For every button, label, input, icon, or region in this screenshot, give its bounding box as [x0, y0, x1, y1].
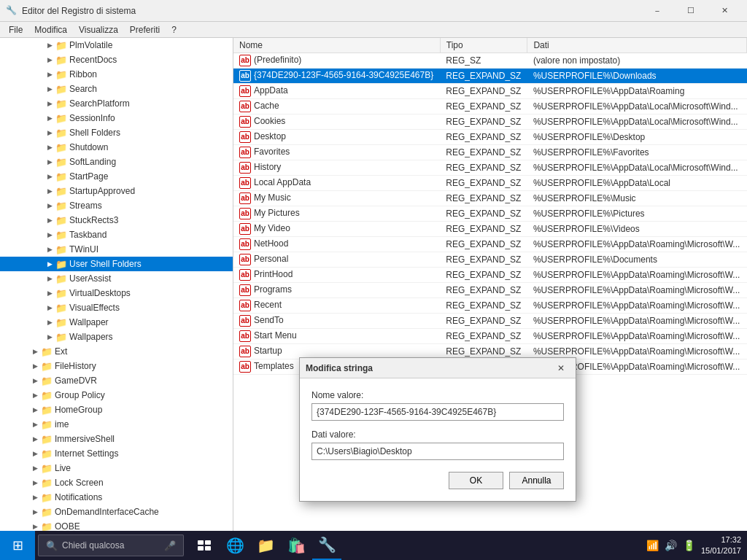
table-row[interactable]: abCacheREG_EXPAND_SZ%USERPROFILE%\AppDat…	[233, 99, 747, 114]
tree-expander[interactable]: ▶	[29, 433, 41, 445]
tree-expander[interactable]: ▶	[44, 112, 55, 124]
tree-expander[interactable]: ▶	[44, 54, 55, 66]
tree-item[interactable]: ▶📁Search	[0, 82, 233, 96]
tree-expander[interactable]: ▶	[44, 214, 55, 226]
tree-item[interactable]: ▶📁StartupApproved	[0, 184, 233, 198]
table-row[interactable]: abMy MusicREG_EXPAND_SZ%USERPROFILE%\Mus…	[233, 191, 747, 206]
tree-item[interactable]: ▶📁Taskband	[0, 228, 233, 242]
tree-expander[interactable]: ▶	[29, 491, 41, 503]
tree-item[interactable]: ▶📁VisualEffects	[0, 300, 233, 315]
task-view-button[interactable]	[190, 531, 219, 560]
table-row[interactable]: abNetHoodREG_EXPAND_SZ%USERPROFILE%\AppD…	[233, 237, 747, 252]
menu-help[interactable]: ?	[166, 23, 182, 36]
table-row[interactable]: abPersonalREG_EXPAND_SZ%USERPROFILE%\Doc…	[233, 252, 747, 268]
modal-ok-button[interactable]: OK	[449, 472, 503, 489]
tree-item[interactable]: ▶📁ImmersiveShell	[0, 432, 233, 446]
tree-expander[interactable]: ▶	[44, 229, 55, 241]
tree-expander[interactable]: ▶	[44, 316, 55, 328]
table-row[interactable]: abMy PicturesREG_EXPAND_SZ%USERPROFILE%\…	[233, 206, 747, 222]
modal-close-button[interactable]: ✕	[552, 359, 570, 377]
microphone-icon[interactable]: 🎤	[164, 540, 176, 551]
tree-expander[interactable]: ▶	[44, 200, 55, 211]
tree-item[interactable]: ▶📁GameDVR	[0, 373, 233, 388]
tree-item[interactable]: ▶📁Live	[0, 461, 233, 475]
tree-expander[interactable]: ▶	[29, 419, 41, 430]
tree-item[interactable]: ▶📁Notifications	[0, 490, 233, 505]
tree-item[interactable]: ▶📁FileHistory	[0, 359, 233, 373]
table-row[interactable]: abHistoryREG_EXPAND_SZ%USERPROFILE%\AppD…	[233, 160, 747, 176]
tree-expander[interactable]: ▶	[44, 171, 55, 182]
tree-item[interactable]: ▶📁VirtualDesktops	[0, 286, 233, 300]
table-row[interactable]: abLocal AppDataREG_EXPAND_SZ%USERPROFILE…	[233, 176, 747, 191]
tree-item[interactable]: ▶📁User Shell Folders	[0, 257, 233, 271]
table-row[interactable]: abSendToREG_EXPAND_SZ%USERPROFILE%\AppDa…	[233, 314, 747, 329]
tree-expander[interactable]: ▶	[44, 69, 55, 80]
table-row[interactable]: abCookiesREG_EXPAND_SZ%USERPROFILE%\AppD…	[233, 114, 747, 130]
tree-item[interactable]: ▶📁Ribbon	[0, 67, 233, 82]
tree-item[interactable]: ▶📁Ext	[0, 344, 233, 359]
tree-expander[interactable]: ▶	[29, 506, 41, 518]
tree-item[interactable]: ▶📁SearchPlatform	[0, 96, 233, 111]
tree-item[interactable]: ▶📁ime	[0, 417, 233, 432]
table-row[interactable]: ab{374DE290-123F-4565-9164-39C4925E467B}…	[233, 69, 747, 84]
tree-item[interactable]: ▶📁Internet Settings	[0, 446, 233, 461]
maximize-button[interactable]: ☐	[674, 0, 708, 22]
taskbar-search[interactable]: 🔍 Chiedi qualcosa 🎤	[38, 534, 184, 556]
tree-item[interactable]: ▶📁Shell Folders	[0, 125, 233, 140]
tree-expander[interactable]: ▶	[44, 127, 55, 139]
start-button[interactable]: ⊞	[0, 531, 35, 560]
tree-item[interactable]: ▶📁RecentDocs	[0, 52, 233, 67]
tree-expander[interactable]: ▶	[29, 360, 41, 372]
col-name[interactable]: Nome	[233, 38, 440, 53]
tree-item[interactable]: ▶📁PlmVolatile	[0, 38, 233, 52]
tree-expander[interactable]: ▶	[44, 287, 55, 299]
menu-edit[interactable]: Modifica	[28, 23, 73, 36]
taskbar-clock[interactable]: 17:32 15/01/2017	[701, 534, 741, 557]
tree-item[interactable]: ▶📁StuckRects3	[0, 213, 233, 228]
col-data[interactable]: Dati	[527, 38, 747, 53]
table-row[interactable]: abStart MenuREG_EXPAND_SZ%USERPROFILE%\A…	[233, 329, 747, 344]
tree-item[interactable]: ▶📁Wallpaper	[0, 315, 233, 330]
tree-expander[interactable]: ▶	[44, 141, 55, 153]
tree-item[interactable]: ▶📁UserAssist	[0, 271, 233, 286]
tree-item[interactable]: ▶📁OnDemandInterfaceCache	[0, 505, 233, 519]
tree-expander[interactable]: ▶	[44, 244, 55, 255]
explorer-button[interactable]: 📁	[251, 531, 280, 560]
close-button[interactable]: ✕	[708, 0, 741, 22]
table-row[interactable]: abMy VideoREG_EXPAND_SZ%USERPROFILE%\Vid…	[233, 222, 747, 237]
table-row[interactable]: abAppDataREG_EXPAND_SZ%USERPROFILE%\AppD…	[233, 84, 747, 99]
modal-cancel-button[interactable]: Annulla	[509, 472, 564, 489]
tree-expander[interactable]: ▶	[44, 83, 55, 95]
tree-item[interactable]: ▶📁Group Policy	[0, 388, 233, 402]
minimize-button[interactable]: −	[640, 0, 674, 22]
tree-expander[interactable]: ▶	[29, 375, 41, 386]
tree-item[interactable]: ▶📁SoftLanding	[0, 155, 233, 169]
tree-expander[interactable]: ▶	[44, 185, 55, 197]
table-row[interactable]: abProgramsREG_EXPAND_SZ%USERPROFILE%\App…	[233, 283, 747, 298]
tree-item[interactable]: ▶📁SessionInfo	[0, 111, 233, 125]
tree-expander[interactable]: ▶	[29, 346, 41, 357]
menu-favorites[interactable]: Preferiti	[124, 23, 166, 36]
modal-data-input[interactable]	[311, 443, 564, 460]
tree-item[interactable]: ▶📁Shutdown	[0, 140, 233, 155]
table-row[interactable]: abPrintHoodREG_EXPAND_SZ%USERPROFILE%\Ap…	[233, 268, 747, 283]
tree-item[interactable]: ▶📁Streams	[0, 198, 233, 213]
tree-expander[interactable]: ▶	[44, 156, 55, 168]
tree-expander[interactable]: ▶	[29, 477, 41, 489]
table-row[interactable]: abRecentREG_EXPAND_SZ%USERPROFILE%\AppDa…	[233, 298, 747, 314]
modal-name-input[interactable]	[311, 403, 564, 421]
tree-expander[interactable]: ▶	[29, 404, 41, 416]
tree-expander[interactable]: ▶	[29, 448, 41, 459]
tree-expander[interactable]: ▶	[29, 389, 41, 401]
store-button[interactable]: 🛍️	[282, 531, 311, 560]
table-row[interactable]: abFavoritesREG_EXPAND_SZ%USERPROFILE%\Fa…	[233, 145, 747, 160]
tree-expander[interactable]: ▶	[44, 273, 55, 284]
tree-item[interactable]: ▶📁Lock Screen	[0, 475, 233, 490]
tree-item[interactable]: ▶📁HomeGroup	[0, 402, 233, 417]
table-row[interactable]: abDesktopREG_EXPAND_SZ%USERPROFILE%\Desk…	[233, 130, 747, 145]
tree-expander[interactable]: ▶	[44, 258, 55, 270]
menu-file[interactable]: File	[3, 23, 28, 36]
edge-button[interactable]: 🌐	[220, 531, 249, 560]
tree-item[interactable]: ▶📁StartPage	[0, 169, 233, 184]
tree-item[interactable]: ▶📁Wallpapers	[0, 330, 233, 344]
